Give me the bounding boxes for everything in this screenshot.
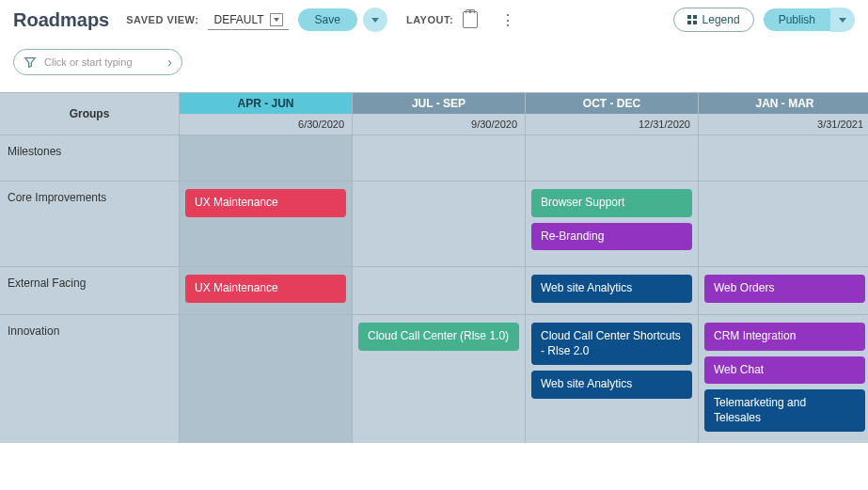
cell[interactable] (180, 315, 352, 443)
column-header[interactable]: JAN - MAR 3/31/2021 (699, 93, 868, 134)
roadmap-card[interactable]: Telemarketing and Telesales (704, 389, 865, 432)
publish-group: Publish (764, 8, 855, 32)
page-title: Roadmaps (13, 9, 109, 31)
cell[interactable] (353, 267, 525, 314)
roadmap-card[interactable]: Cloud Call Center Shortcuts - Rlse 2.0 (531, 323, 692, 365)
cell[interactable]: UX Maintenance (180, 182, 352, 266)
roadmap-card[interactable]: Web site Analytics (531, 371, 692, 399)
cell[interactable]: Cloud Call Center (Rlse 1.0) (353, 315, 525, 443)
quarter-label: OCT - DEC (526, 93, 698, 114)
roadmap-card[interactable]: UX Maintenance (185, 275, 346, 303)
saved-view-select[interactable]: DEFAULT (208, 10, 288, 30)
cell[interactable] (699, 182, 868, 266)
cell[interactable] (699, 135, 868, 181)
roadmap-card[interactable]: Re-Branding (531, 223, 692, 251)
cell[interactable] (180, 135, 352, 181)
roadmap-card[interactable]: Web site Analytics (531, 275, 692, 303)
saved-view-label: SAVED VIEW: (126, 14, 198, 25)
publish-dropdown-button[interactable] (830, 8, 855, 32)
legend-label: Legend (702, 13, 740, 26)
saved-view-value: DEFAULT (213, 13, 263, 26)
cell[interactable]: CRM Integration Web Chat Telemarketing a… (699, 315, 868, 443)
chevron-right-icon: › (167, 55, 172, 70)
legend-icon (687, 15, 697, 24)
quarter-date: 9/30/2020 (353, 114, 525, 134)
quarter-date: 6/30/2020 (180, 114, 352, 134)
grid-row-core: Core Improvements UX Maintenance Browser… (0, 182, 868, 266)
save-button[interactable]: Save (298, 8, 357, 31)
column-header[interactable]: JUL - SEP 9/30/2020 (353, 93, 525, 134)
more-menu-button[interactable]: ⋮ (493, 11, 523, 29)
quarter-label: JUL - SEP (353, 93, 525, 114)
roadmap-grid: Groups APR - JUN 6/30/2020 JUL - SEP 9/3… (0, 92, 868, 443)
grid-row-innovation: Innovation Cloud Call Center (Rlse 1.0) … (0, 315, 868, 443)
grid-header-row: Groups APR - JUN 6/30/2020 JUL - SEP 9/3… (0, 93, 868, 134)
row-label: Innovation (0, 315, 179, 443)
toolbar: Roadmaps SAVED VIEW: DEFAULT Save LAYOUT… (0, 0, 868, 40)
layout-icon[interactable] (463, 11, 478, 28)
roadmap-card[interactable]: Browser Support (531, 189, 692, 217)
filter-icon (24, 55, 37, 69)
roadmap-card[interactable]: UX Maintenance (185, 189, 346, 217)
cell[interactable]: Web site Analytics (526, 267, 698, 314)
quarter-date: 12/31/2020 (526, 114, 698, 134)
cell[interactable]: Cloud Call Center Shortcuts - Rlse 2.0 W… (526, 315, 698, 443)
chevron-down-icon (270, 13, 283, 26)
save-dropdown-button[interactable] (363, 8, 387, 32)
publish-button[interactable]: Publish (764, 8, 830, 31)
legend-button[interactable]: Legend (673, 8, 754, 32)
roadmap-card[interactable]: CRM Integration (704, 323, 865, 351)
cell[interactable]: Browser Support Re-Branding (526, 182, 698, 266)
roadmap-card[interactable]: Web Chat (704, 356, 865, 385)
layout-label: LAYOUT: (406, 14, 453, 25)
column-header[interactable]: OCT - DEC 12/31/2020 (526, 93, 698, 134)
roadmap-card[interactable]: Web Orders (704, 275, 865, 303)
column-header[interactable]: APR - JUN 6/30/2020 (180, 93, 352, 134)
grid-row-milestones: Milestones (0, 135, 868, 181)
cell[interactable] (353, 135, 525, 181)
row-label: External Facing (0, 267, 179, 314)
row-label: Core Improvements (0, 182, 179, 266)
filter-input[interactable]: Click or start typing › (13, 49, 182, 75)
row-label: Milestones (0, 135, 179, 181)
grid-row-external: External Facing UX Maintenance Web site … (0, 267, 868, 314)
cell[interactable] (526, 135, 698, 181)
roadmap-card[interactable]: Cloud Call Center (Rlse 1.0) (358, 323, 519, 351)
cell[interactable]: Web Orders (699, 267, 868, 314)
groups-header: Groups (0, 93, 179, 134)
cell[interactable] (353, 182, 525, 266)
filter-bar: Click or start typing › (0, 40, 868, 92)
filter-placeholder: Click or start typing (44, 56, 160, 68)
cell[interactable]: UX Maintenance (180, 267, 352, 314)
quarter-date: 3/31/2021 (699, 114, 868, 134)
quarter-label: JAN - MAR (699, 93, 868, 114)
quarter-label: APR - JUN (180, 93, 352, 114)
